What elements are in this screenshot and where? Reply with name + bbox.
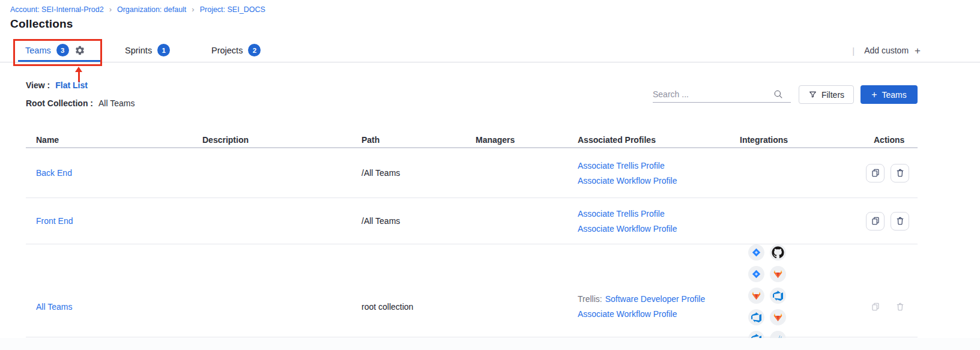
clone-button[interactable] [866, 164, 885, 183]
column-header-path: Path [351, 135, 465, 145]
jira-icon [748, 244, 764, 261]
trellis-prefix-label: Trellis: [578, 294, 602, 304]
footer-strip [0, 338, 980, 350]
clone-button[interactable] [866, 212, 885, 231]
add-teams-button[interactable]: + Teams [861, 85, 918, 104]
breadcrumb-separator: › [192, 5, 194, 14]
associate-workflow-profile-link[interactable]: Associate Workflow Profile [578, 176, 677, 186]
column-header-actions: Actions [853, 135, 918, 145]
view-mode-link[interactable]: Flat List [55, 80, 88, 90]
associated-profiles-cell: Trellis: Software Developer Profile Asso… [567, 294, 730, 319]
collections-table: Name Description Path Managers Associate… [26, 132, 918, 337]
table-row: All Teams root collection Trellis: Softw… [26, 244, 918, 337]
collection-name-cell: Back End [26, 168, 192, 178]
jira-icon [748, 266, 764, 282]
integration-icons-grid [740, 244, 802, 350]
search-icon [773, 89, 784, 100]
associate-workflow-profile-link[interactable]: Associate Workflow Profile [578, 224, 677, 234]
path-cell: root collection [351, 302, 465, 312]
delete-button[interactable] [891, 212, 909, 231]
tab-teams-count-badge: 3 [56, 44, 69, 56]
azure-devops-icon [748, 309, 764, 325]
breadcrumb-project-link[interactable]: Project: SEI_DOCS [200, 5, 265, 14]
gear-icon[interactable] [74, 45, 85, 56]
filter-funnel-icon [808, 90, 817, 99]
collection-name-link[interactable]: Back End [36, 168, 72, 178]
page-title: Collections [10, 17, 73, 31]
search-input[interactable] [653, 89, 773, 99]
tab-projects-label: Projects [211, 46, 243, 55]
breadcrumb: Account: SEI-Internal-Prod2 › Organizati… [10, 5, 265, 14]
annotation-arrow [75, 67, 82, 72]
column-header-integrations: Integrations [730, 135, 853, 145]
collection-name-cell: All Teams [26, 302, 192, 312]
integrations-cell [730, 244, 853, 350]
plus-icon: + [915, 46, 921, 56]
gitlab-icon [770, 266, 786, 282]
tab-sprints-count-badge: 1 [157, 44, 170, 56]
filters-button-label: Filters [821, 90, 844, 100]
table-row: Back End /All Teams Associate Trellis Pr… [26, 148, 918, 198]
add-custom-label: Add custom [864, 46, 909, 55]
delete-button-disabled [891, 297, 909, 316]
search-field-wrap [653, 86, 791, 103]
breadcrumb-organization-link[interactable]: Organization: default [117, 5, 186, 14]
actions-cell [853, 212, 918, 231]
tab-projects-count-badge: 2 [248, 44, 261, 56]
clone-button-disabled [866, 297, 885, 316]
collection-name-cell: Front End [26, 216, 192, 226]
path-cell: /All Teams [351, 168, 465, 178]
associate-trellis-profile-link[interactable]: Associate Trellis Profile [578, 161, 665, 170]
column-header-managers: Managers [465, 135, 567, 145]
tab-teams-label: Teams [25, 46, 51, 55]
table-row: Front End /All Teams Associate Trellis P… [26, 198, 918, 244]
collections-tabbar: Teams 3 Sprints 1 Projects 2 [0, 38, 980, 62]
breadcrumb-separator: › [109, 5, 112, 14]
collection-name-link[interactable]: Front End [36, 216, 73, 226]
software-developer-profile-link[interactable]: Software Developer Profile [605, 294, 706, 304]
collections-page: Account: SEI-Internal-Prod2 › Organizati… [0, 0, 980, 350]
azure-devops-icon [770, 288, 786, 304]
add-teams-button-label: Teams [882, 90, 907, 100]
breadcrumb-account-link[interactable]: Account: SEI-Internal-Prod2 [10, 5, 104, 14]
delete-button[interactable] [891, 164, 909, 183]
gitlab-icon [748, 288, 764, 304]
associated-profiles-cell: Associate Trellis Profile Associate Work… [567, 161, 730, 186]
gitlab-icon [770, 309, 786, 325]
root-collection-label: Root Collection : [26, 98, 93, 108]
column-header-description: Description [192, 135, 351, 145]
divider: | [852, 46, 854, 56]
tab-teams[interactable]: Teams 3 [25, 38, 85, 62]
filters-button[interactable]: Filters [799, 85, 854, 104]
add-custom-button[interactable]: | Add custom + [852, 38, 921, 62]
view-label: View : [26, 80, 50, 90]
actions-cell [853, 164, 918, 183]
plus-icon: + [871, 90, 877, 100]
column-header-associated-profiles: Associated Profiles [567, 135, 730, 145]
active-tab-underline [18, 60, 101, 62]
associate-trellis-profile-link[interactable]: Associate Trellis Profile [578, 209, 665, 219]
collection-name-link[interactable]: All Teams [36, 302, 72, 312]
root-collection-row: Root Collection : All Teams [26, 98, 135, 108]
associated-profiles-cell: Associate Trellis Profile Associate Work… [567, 209, 730, 234]
path-cell: /All Teams [351, 216, 465, 226]
column-header-name: Name [26, 135, 192, 145]
root-collection-value: All Teams [98, 98, 135, 108]
tab-sprints-label: Sprints [125, 46, 152, 55]
table-header-row: Name Description Path Managers Associate… [26, 132, 918, 148]
github-icon [770, 244, 786, 261]
actions-cell [853, 297, 918, 316]
tab-projects[interactable]: Projects 2 [211, 38, 261, 62]
associate-workflow-profile-link[interactable]: Associate Workflow Profile [578, 309, 677, 319]
tab-sprints[interactable]: Sprints 1 [125, 38, 170, 62]
view-row: View : Flat List [26, 80, 88, 90]
